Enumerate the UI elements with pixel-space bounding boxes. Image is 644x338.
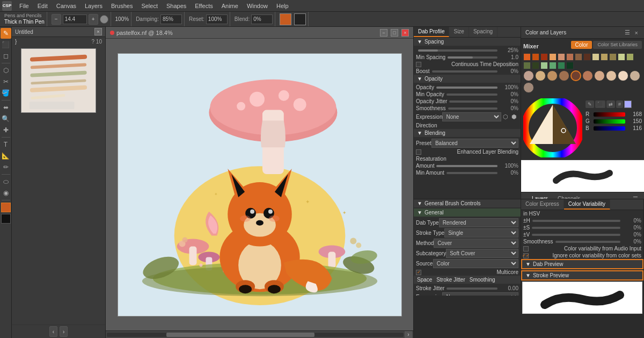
- tool-pen[interactable]: ✎: [1, 28, 11, 39]
- reset-input[interactable]: [206, 15, 228, 24]
- canvas-max-btn[interactable]: □: [391, 29, 398, 37]
- tool-zoom[interactable]: 🔍: [1, 113, 11, 124]
- background-color-swatch[interactable]: [294, 13, 306, 25]
- expression-icon-2[interactable]: ⬢: [510, 113, 518, 121]
- swatch-10[interactable]: [609, 53, 617, 61]
- swatch-18[interactable]: [566, 62, 574, 69]
- layers-options-btn[interactable]: ☰: [631, 195, 640, 199]
- tab-layers[interactable]: Layers: [528, 195, 552, 199]
- stroke-preview-header[interactable]: ▼ Stroke Preview: [521, 270, 643, 281]
- round-swatch-7[interactable]: [606, 70, 617, 81]
- swatch-14[interactable]: [532, 62, 539, 69]
- tab-color[interactable]: Color: [571, 41, 592, 49]
- color-hex-btn[interactable]: #: [616, 100, 623, 108]
- panel-options-btn[interactable]: ☰: [623, 28, 632, 37]
- swatch-15[interactable]: [540, 62, 548, 69]
- tab-dab-profile[interactable]: Dab Profile: [414, 27, 449, 37]
- brush-size-increase[interactable]: +: [89, 14, 98, 25]
- menu-effects[interactable]: Effects: [191, 2, 217, 10]
- canvas-min-btn[interactable]: −: [380, 29, 387, 37]
- menu-window[interactable]: Window: [243, 2, 272, 10]
- tool-text[interactable]: T: [1, 139, 11, 150]
- tool-fill[interactable]: ⬛: [1, 39, 11, 50]
- opacity-header[interactable]: ▼ Opacity: [414, 75, 521, 83]
- swatch-11[interactable]: [618, 53, 625, 61]
- subcategory-select[interactable]: Soft Cover: [446, 249, 518, 258]
- doc-panel-close[interactable]: ×: [94, 28, 102, 35]
- damping-input[interactable]: [160, 15, 182, 24]
- menu-shapes[interactable]: Shapes: [162, 2, 191, 10]
- round-swatch-10[interactable]: [523, 82, 534, 93]
- eyedropper-btn[interactable]: ✎: [586, 100, 594, 108]
- foreground-color-tool[interactable]: [1, 203, 11, 212]
- menu-edit[interactable]: Edit: [33, 2, 52, 10]
- general-brush-header[interactable]: ▼ General Brush Controls: [414, 199, 521, 207]
- spacing-slider[interactable]: [418, 49, 497, 52]
- opacity-slider[interactable]: [436, 87, 497, 89]
- scroll-left[interactable]: ‹: [49, 326, 57, 337]
- menu-canvas[interactable]: Canvas: [52, 2, 80, 10]
- round-swatch-active[interactable]: [570, 70, 581, 81]
- round-swatch-2[interactable]: [547, 70, 558, 81]
- brush-size-input[interactable]: [63, 15, 87, 24]
- menu-file[interactable]: File: [15, 2, 33, 10]
- b-slider[interactable]: [594, 126, 625, 131]
- r-slider[interactable]: [594, 112, 625, 117]
- round-swatch-8[interactable]: [618, 70, 628, 81]
- swatch-12[interactable]: [626, 53, 634, 61]
- ignore-checkbox[interactable]: ✓: [523, 253, 529, 258]
- preset-select[interactable]: Balanced: [431, 139, 518, 148]
- audio-checkbox[interactable]: [523, 246, 529, 251]
- round-swatch-5[interactable]: [582, 70, 593, 81]
- canvas-scrollbar-h[interactable]: ›: [106, 330, 413, 338]
- color-wheel-container[interactable]: [523, 98, 582, 157]
- opacity-jitter-slider[interactable]: [449, 100, 497, 103]
- continuous-checkbox[interactable]: [416, 62, 421, 67]
- round-swatch-6[interactable]: [594, 70, 605, 81]
- swatch-8[interactable]: [592, 53, 599, 61]
- tab-size[interactable]: Size: [449, 27, 469, 37]
- swatch-3[interactable]: [549, 53, 557, 61]
- color-fill-btn[interactable]: ⬛: [595, 100, 605, 108]
- swatch-1[interactable]: [532, 53, 539, 61]
- background-color-tool[interactable]: [1, 214, 11, 224]
- blending-header[interactable]: ▼ Blending: [414, 129, 521, 137]
- spacing-header[interactable]: ▼ Spacing: [414, 38, 521, 46]
- color-swap-btn[interactable]: ⇄: [606, 100, 615, 108]
- swatch-5[interactable]: [566, 53, 574, 61]
- h-var-slider[interactable]: [532, 220, 620, 222]
- brush-size-decrease[interactable]: −: [52, 14, 61, 25]
- tool-erase[interactable]: ✏: [1, 162, 11, 172]
- scroll-right[interactable]: ›: [60, 326, 68, 337]
- method-select[interactable]: Cover: [434, 239, 518, 248]
- smoothness-slider[interactable]: [448, 107, 497, 110]
- g-slider[interactable]: [594, 119, 625, 124]
- tool-cut[interactable]: ✂: [1, 76, 11, 87]
- tab-color-express[interactable]: Color Express: [521, 199, 564, 210]
- foreground-color-swatch[interactable]: [280, 13, 291, 25]
- tool-shape[interactable]: ◻: [1, 51, 11, 61]
- dab-preview-header[interactable]: ▼ Dab Preview: [521, 259, 643, 269]
- swatch-16[interactable]: [549, 62, 557, 69]
- tab-color-variability[interactable]: Color Variability: [564, 199, 610, 210]
- dab-type-select[interactable]: Rendered: [439, 218, 518, 227]
- scrollbar-thumb-h[interactable]: [166, 333, 315, 337]
- scroll-right-btn[interactable]: ›: [405, 331, 412, 339]
- blend-input[interactable]: [251, 15, 273, 24]
- stroke-jitter-slider[interactable]: [447, 287, 497, 290]
- round-swatch-9[interactable]: [630, 70, 640, 81]
- tool-eyedropper[interactable]: ✚: [1, 125, 11, 135]
- v-var-slider[interactable]: [532, 234, 620, 236]
- general-section-header[interactable]: ▼ General: [414, 208, 521, 217]
- s-var-slider[interactable]: [532, 227, 620, 229]
- expression-icon-1[interactable]: ⬡: [501, 113, 510, 121]
- swatch-17[interactable]: [558, 62, 565, 69]
- swatch-0[interactable]: [523, 53, 531, 61]
- swatch-2[interactable]: [540, 53, 548, 61]
- canvas-viewport[interactable]: ✦ ✦ ✦: [106, 39, 413, 330]
- tool-blend[interactable]: ◉: [1, 188, 11, 198]
- multicore-checkbox[interactable]: [416, 270, 421, 275]
- round-swatch-1[interactable]: [535, 70, 546, 81]
- enhanced-checkbox[interactable]: [416, 149, 421, 155]
- swatch-13[interactable]: [523, 62, 531, 69]
